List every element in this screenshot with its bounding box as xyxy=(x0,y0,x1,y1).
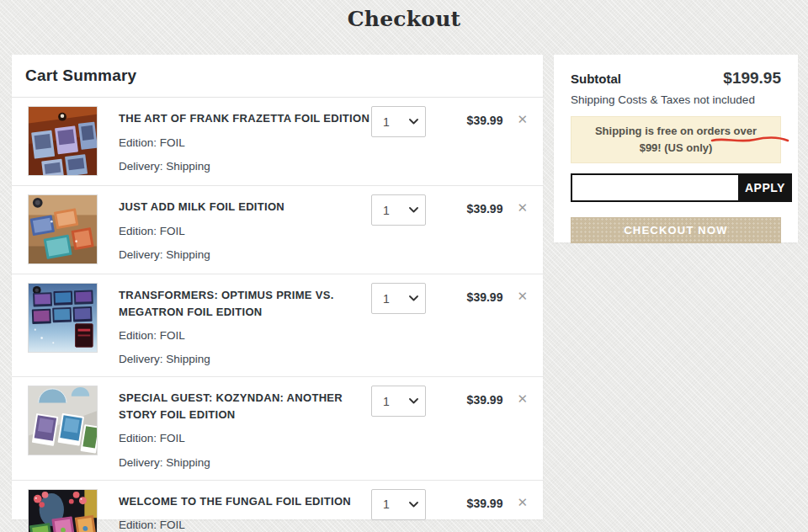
product-thumbnail xyxy=(28,386,98,455)
page-title: Checkout xyxy=(0,7,808,31)
cart-item-row: SPECIAL GUEST: KOZYNDAN: ANOTHER STORY F… xyxy=(12,376,543,479)
item-price: $39.99 xyxy=(459,114,502,127)
quantity-select[interactable]: 1 xyxy=(371,489,426,520)
cart-summary-header: Cart Summary xyxy=(12,55,543,98)
tax-note: Shipping Costs & Taxes not included xyxy=(571,93,781,106)
apply-coupon-button[interactable]: APPLY xyxy=(738,173,792,202)
quantity-dropdown[interactable]: 1 xyxy=(371,489,426,520)
quantity-select[interactable]: 1 xyxy=(371,386,426,417)
cart-item-row: JUST ADD MILK FOIL EDITION Edition: FOIL… xyxy=(12,185,543,274)
product-thumbnail xyxy=(28,194,98,264)
product-delivery: Delivery: Shipping xyxy=(119,455,371,471)
item-price: $39.99 xyxy=(459,497,502,510)
remove-item-button[interactable]: ✕ xyxy=(517,496,528,508)
coupon-input[interactable] xyxy=(571,173,738,202)
quantity-select[interactable]: 1 xyxy=(371,283,426,314)
product-delivery: Delivery: Shipping xyxy=(119,352,371,367)
remove-item-button[interactable]: ✕ xyxy=(517,113,528,125)
item-price: $39.99 xyxy=(459,290,502,304)
cart-summary-panel: Cart Summary THE ART OF FRANK FRAZETTA F… xyxy=(12,55,543,519)
product-title: JUST ADD MILK FOIL EDITION xyxy=(119,199,371,215)
item-price: $39.99 xyxy=(459,393,502,407)
order-summary-panel: Subtotal $199.95 Shipping Costs & Taxes … xyxy=(554,55,798,242)
product-title: SPECIAL GUEST: KOZYNDAN: ANOTHER STORY F… xyxy=(119,390,371,423)
item-price: $39.99 xyxy=(459,202,502,215)
product-title: TRANSFORMERS: OPTIMUS PRIME VS. MEGATRON… xyxy=(119,287,371,320)
product-edition: Edition: FOIL xyxy=(119,328,371,343)
quantity-dropdown[interactable]: 1 xyxy=(371,106,426,137)
quantity-dropdown[interactable]: 1 xyxy=(371,283,426,314)
product-thumbnail xyxy=(28,106,98,176)
product-edition: Edition: FOIL xyxy=(119,431,371,446)
quantity-select[interactable]: 1 xyxy=(371,194,426,226)
red-underline-annotation xyxy=(710,136,789,144)
product-thumbnail xyxy=(28,283,98,353)
product-thumbnail xyxy=(28,489,98,532)
cart-item-row: TRANSFORMERS: OPTIMUS PRIME VS. MEGATRON… xyxy=(12,274,543,376)
remove-item-button[interactable]: ✕ xyxy=(517,201,528,214)
cart-summary-heading: Cart Summary xyxy=(25,66,136,85)
subtotal-label: Subtotal xyxy=(571,72,621,86)
product-delivery: Delivery: Shipping xyxy=(119,247,371,263)
product-title: WELCOME TO THE FUNGAL FOIL EDITION xyxy=(119,493,371,510)
cart-item-row: WELCOME TO THE FUNGAL FOIL EDITION Editi… xyxy=(12,480,543,532)
quantity-select[interactable]: 1 xyxy=(371,106,426,137)
checkout-now-button[interactable]: CHECKOUT NOW xyxy=(571,217,781,243)
subtotal-row: Subtotal $199.95 xyxy=(571,69,781,88)
coupon-row: APPLY xyxy=(571,173,781,202)
quantity-dropdown[interactable]: 1 xyxy=(371,194,426,226)
product-edition: Edition: FOIL xyxy=(119,518,371,532)
product-edition: Edition: FOIL xyxy=(119,136,371,151)
remove-item-button[interactable]: ✕ xyxy=(517,392,528,405)
subtotal-value: $199.95 xyxy=(723,69,781,88)
product-edition: Edition: FOIL xyxy=(119,224,371,239)
quantity-dropdown[interactable]: 1 xyxy=(371,386,426,417)
product-delivery: Delivery: Shipping xyxy=(119,159,371,174)
remove-item-button[interactable]: ✕ xyxy=(517,290,528,302)
product-title: THE ART OF FRANK FRAZETTA FOIL EDITION xyxy=(119,110,371,127)
cart-item-row: THE ART OF FRANK FRAZETTA FOIL EDITION E… xyxy=(12,98,543,185)
